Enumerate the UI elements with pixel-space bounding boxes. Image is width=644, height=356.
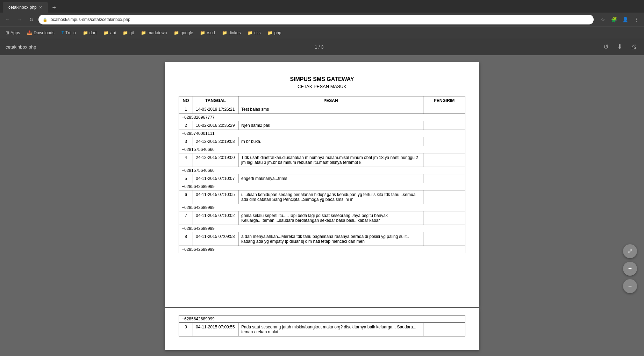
sender-row: +6285740001111: [179, 130, 465, 137]
new-tab-button[interactable]: +: [49, 3, 59, 13]
pdf-print-button[interactable]: 🖨: [629, 42, 638, 52]
trello-icon: T: [62, 30, 64, 35]
cell-pesan: a dan menyalahkan...Mereka tdk tahu baga…: [238, 232, 423, 246]
cell-no: 5: [179, 174, 193, 183]
bookmark-trello[interactable]: T Trello: [59, 29, 79, 37]
bookmark-git[interactable]: 📁 git: [120, 29, 137, 37]
address-bar[interactable]: 🔒 localhost/simpus-sms/cetak/cetakinbox.…: [38, 15, 594, 24]
cell-pesan: Njeh sami2 pak: [238, 121, 423, 130]
folder-icon-git: 📁: [123, 30, 128, 35]
active-tab[interactable]: cetakinbox.php ✕: [3, 2, 48, 13]
zoom-in-button[interactable]: +: [623, 262, 637, 276]
cell-sender: +6285740001111: [179, 130, 465, 137]
zoom-in-icon: +: [628, 265, 632, 273]
header-pengirim: PENGIRIM: [423, 96, 465, 105]
cell-tanggal: 04-11-2015 07:10:02: [193, 211, 238, 225]
table-row: 604-11-2015 07:10:05i....itulah kehidupa…: [179, 190, 465, 204]
folder-icon-css: 📁: [248, 30, 253, 35]
sender-row: +6285642689999: [179, 225, 465, 232]
cell-no: 6: [179, 190, 193, 204]
cell-pengirim: [423, 105, 465, 114]
bookmarks-bar: ⊞ Apps 📥 Downloads T Trello 📁 dart 📁 api…: [0, 27, 644, 38]
cell-no: 7: [179, 211, 193, 225]
table-row: 424-12-2015 20:19:00Tidk usah dinetraIka…: [179, 153, 465, 167]
cell-tanggal: 04-11-2015 07:10:05: [193, 190, 238, 204]
table-row: 504-11-2015 07:10:07engerti maknanya...t…: [179, 174, 465, 183]
cell-pengirim: [423, 137, 465, 146]
fit-page-button[interactable]: ⤢: [623, 244, 637, 258]
table-row: 324-12-2015 20:19:03rn br buka.: [179, 137, 465, 146]
table-row: 804-11-2015 07:09:58a dan menyalahkan...…: [179, 232, 465, 246]
cell-sender: +6285642689999: [179, 225, 465, 232]
cell-sender: +6281575646666: [179, 146, 465, 153]
bookmark-star-button[interactable]: ☆: [598, 15, 608, 24]
profile-button[interactable]: 👤: [620, 15, 630, 24]
bookmark-dinkes[interactable]: 📁 dinkes: [219, 29, 244, 37]
cell-sender: +6285326967777: [179, 114, 465, 121]
pdf-download-button[interactable]: ⬇: [616, 42, 624, 52]
table-row: 114-03-2019 17:26:21Test balas sms: [179, 105, 465, 114]
cell-pengirim: [423, 174, 465, 183]
partial-tanggal: 04-11-2015 07:09:55: [193, 323, 238, 336]
cell-pengirim: [423, 211, 465, 225]
table-row: 704-11-2015 07:10:02ghina selalu seperti…: [179, 211, 465, 225]
partial-data-row: 9 04-11-2015 07:09:55 Pada saat seseoran…: [179, 323, 465, 336]
partial-sender-cell: +6285642689999: [179, 315, 465, 323]
fit-icon: ⤢: [628, 247, 633, 255]
bookmark-markdown[interactable]: 📁 markdown: [138, 29, 170, 37]
pdf-page-1: SIMPUS SMS GATEWAY CETAK PESAN MASUK NO …: [165, 62, 479, 307]
cell-sender: +6281575646666: [179, 167, 465, 174]
partial-pesan: Pada saat seseorang jatuh miskin/bangkru…: [238, 323, 423, 336]
bookmark-api[interactable]: 📁 api: [101, 29, 119, 37]
back-button[interactable]: ←: [3, 15, 13, 24]
download-folder-icon: 📥: [27, 30, 32, 35]
apps-icon: ⊞: [6, 30, 9, 35]
cell-pesan: Tidk usah dinetraIkan.diusahakan minumny…: [238, 153, 423, 167]
cell-pesan: ghina selalu seperti itu.....Tapi beda l…: [238, 211, 423, 225]
report-subtitle: CETAK PESAN MASUK: [179, 84, 465, 89]
bookmark-apps[interactable]: ⊞ Apps: [3, 29, 23, 37]
menu-button[interactable]: ⋮: [631, 15, 641, 24]
bookmark-php[interactable]: 📁 php: [265, 29, 284, 37]
bookmark-rsud[interactable]: 📁 rsud: [197, 29, 217, 37]
bookmark-dart[interactable]: 📁 dart: [80, 29, 100, 37]
float-buttons: ⤢ + −: [623, 244, 637, 293]
bookmark-google[interactable]: 📁 google: [171, 29, 196, 37]
cell-sender: +6285642689999: [179, 246, 465, 253]
reload-button[interactable]: ↻: [27, 15, 36, 24]
cell-pengirim: [423, 121, 465, 130]
cell-no: 4: [179, 153, 193, 167]
extensions-button[interactable]: 🧩: [609, 15, 619, 24]
cell-pengirim: [423, 153, 465, 167]
cell-pesan: rn br buka.: [238, 137, 423, 146]
folder-icon-google: 📁: [174, 30, 179, 35]
pdf-reload-button[interactable]: ↺: [602, 42, 610, 52]
header-no: NO: [179, 96, 193, 105]
bookmark-downloads[interactable]: 📥 Downloads: [24, 29, 57, 37]
cell-pesan: Test balas sms: [238, 105, 423, 114]
header-tanggal: TANGGAL: [193, 96, 238, 105]
partial-sender-row: +6285642689999: [179, 315, 465, 323]
tab-label: cetakinbox.php: [8, 5, 37, 10]
cell-no: 8: [179, 232, 193, 246]
pdf-page-2-partial: +6285642689999 9 04-11-2015 07:09:55 Pad…: [165, 308, 479, 350]
sender-row: +6281575646666: [179, 146, 465, 153]
cell-no: 3: [179, 137, 193, 146]
forward-button[interactable]: →: [15, 15, 24, 24]
address-text: localhost/simpus-sms/cetak/cetakinbox.ph…: [50, 17, 130, 22]
zoom-out-button[interactable]: −: [623, 279, 637, 293]
sender-row: +6285642689999: [179, 246, 465, 253]
tab-close-icon[interactable]: ✕: [39, 5, 42, 10]
pdf-toolbar: cetakinbox.php 1 / 3 ↺ ⬇ 🖨: [0, 38, 644, 55]
report-title: SIMPUS SMS GATEWAY: [179, 76, 465, 82]
bookmark-css[interactable]: 📁 css: [245, 29, 263, 37]
cell-pesan: engerti maknanya...trims: [238, 174, 423, 183]
cell-pesan: i....itulah kehidupan sedang perjalanan …: [238, 190, 423, 204]
pdf-filename: cetakinbox.php: [6, 44, 36, 50]
cell-no: 1: [179, 105, 193, 114]
folder-icon-php: 📁: [267, 30, 273, 35]
sender-row: +6285642689999: [179, 204, 465, 211]
cell-sender: +6285642689999: [179, 183, 465, 190]
lock-icon: 🔒: [43, 17, 48, 22]
sender-row: +6281575646666: [179, 167, 465, 174]
